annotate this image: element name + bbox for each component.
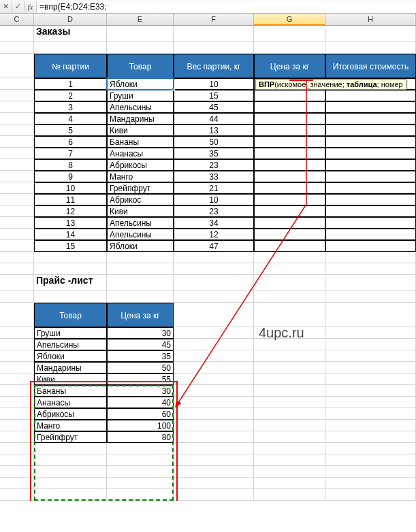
cell-price[interactable] <box>254 217 325 229</box>
cell-price[interactable] <box>254 124 325 136</box>
cell-total[interactable] <box>325 194 416 205</box>
cell-prod[interactable]: Ананасы <box>107 148 174 159</box>
table-row[interactable]: 12Киви23 <box>0 205 416 217</box>
cell-price[interactable]: 35 <box>107 350 174 362</box>
cell-prod[interactable]: Мандарины <box>107 113 174 124</box>
cell-n[interactable]: 5 <box>34 124 107 136</box>
cell-weight[interactable]: 50 <box>174 136 254 148</box>
cell-weight[interactable]: 10 <box>174 194 254 205</box>
table-row[interactable]: 15Яблоки47 <box>0 240 416 252</box>
cell-price[interactable] <box>254 113 325 124</box>
cell-price[interactable] <box>254 194 325 205</box>
table-row[interactable]: 4Мандарины44 <box>0 113 416 124</box>
cell-total[interactable] <box>325 159 416 171</box>
cell-prod[interactable]: Груши <box>107 90 174 101</box>
cell-weight[interactable]: 12 <box>174 229 254 240</box>
cell-price[interactable] <box>254 182 325 194</box>
cell-n[interactable]: 2 <box>34 90 107 101</box>
cell-price[interactable]: 45 <box>107 339 174 350</box>
cell-total[interactable] <box>325 113 416 124</box>
cell-n[interactable]: 8 <box>34 159 107 171</box>
cell-n[interactable]: 11 <box>34 194 107 205</box>
cell-total[interactable] <box>325 124 416 136</box>
cell-n[interactable]: 7 <box>34 148 107 159</box>
cell-prod[interactable]: Яблоки <box>107 240 174 252</box>
table-row[interactable]: Мандарины50 <box>0 362 416 373</box>
cell-total[interactable] <box>325 205 416 217</box>
cell-n[interactable]: 3 <box>34 101 107 113</box>
cell-total[interactable] <box>325 90 416 101</box>
cell-prod[interactable]: Абрикосы <box>34 408 107 420</box>
table-row[interactable]: 10Грейпфрут21 <box>0 182 416 194</box>
cell-price[interactable]: 80 <box>107 431 174 443</box>
cell-total[interactable] <box>325 217 416 229</box>
cell-prod[interactable]: Бананы <box>107 136 174 148</box>
cell-prod[interactable]: Киви <box>34 373 107 385</box>
cell-prod[interactable]: Грейпфрут <box>107 182 174 194</box>
col-header-h[interactable]: H <box>325 14 416 25</box>
cell-price[interactable] <box>254 240 325 252</box>
cell-prod[interactable]: Абрикосы <box>107 159 174 171</box>
cell-prod[interactable]: Киви <box>107 205 174 217</box>
cell-n[interactable]: 10 <box>34 182 107 194</box>
cell-prod[interactable]: Апельсины <box>107 217 174 229</box>
cell-weight[interactable]: 44 <box>174 113 254 124</box>
cell-total[interactable] <box>325 136 416 148</box>
cell-n[interactable]: 13 <box>34 217 107 229</box>
cell-n[interactable]: 1 <box>34 78 107 90</box>
table-row[interactable]: 13Апельсины34 <box>0 217 416 229</box>
cell-weight[interactable]: 34 <box>174 217 254 229</box>
cell-prod[interactable]: Манго <box>107 171 174 182</box>
fill-handle[interactable] <box>172 88 175 91</box>
cell-prod[interactable]: Апельсины <box>107 101 174 113</box>
cell-prod[interactable]: Ананасы <box>34 397 107 408</box>
table-row[interactable]: Яблоки35 <box>0 350 416 362</box>
cell-total[interactable] <box>325 229 416 240</box>
cell-weight[interactable]: 47 <box>174 240 254 252</box>
formula-input[interactable] <box>37 1 416 13</box>
table-row[interactable]: 8Абрикосы23 <box>0 159 416 171</box>
cell-prod[interactable]: Бананы <box>34 385 107 397</box>
cell-total[interactable] <box>325 240 416 252</box>
cell-weight[interactable]: 10 <box>174 78 254 90</box>
table-row[interactable]: Груши30 <box>0 327 416 339</box>
cell-n[interactable]: 14 <box>34 229 107 240</box>
cell-price[interactable]: 30 <box>107 327 174 339</box>
cancel-icon[interactable]: ✕ <box>0 1 12 13</box>
cell-total[interactable] <box>325 171 416 182</box>
table-row[interactable]: 5Киви13 <box>0 124 416 136</box>
cell-price[interactable]: 50 <box>107 362 174 373</box>
table-row[interactable]: 11Абрикос10 <box>0 194 416 205</box>
table-row[interactable]: Грейпфрут80 <box>0 431 416 443</box>
cell-total[interactable] <box>325 148 416 159</box>
cell-price[interactable]: 55 <box>107 373 174 385</box>
col-header-g[interactable]: G <box>254 14 325 25</box>
table-row[interactable]: Манго100 <box>0 420 416 431</box>
table-row[interactable]: 14Апельсины12 <box>0 229 416 240</box>
fx-icon[interactable]: fx <box>25 1 37 13</box>
cell-n[interactable]: 4 <box>34 113 107 124</box>
cell-price[interactable]: 40 <box>107 397 174 408</box>
cell-total[interactable] <box>325 101 416 113</box>
cell-price[interactable]: 100 <box>107 420 174 431</box>
cell-prod[interactable]: Яблоки <box>34 350 107 362</box>
cell-weight[interactable]: 15 <box>174 90 254 101</box>
grid[interactable]: Заказы № партии Товар Вес партии, кг Цен… <box>0 26 416 501</box>
cell-price[interactable] <box>254 136 325 148</box>
cell-n[interactable]: 15 <box>34 240 107 252</box>
cell-weight[interactable]: 35 <box>174 148 254 159</box>
cell-price[interactable] <box>254 159 325 171</box>
table-row[interactable]: Апельсины45 <box>0 339 416 350</box>
cell-n[interactable]: 9 <box>34 171 107 182</box>
col-header-d[interactable]: D <box>34 14 107 25</box>
cell-prod[interactable]: Киви <box>107 124 174 136</box>
cell-price[interactable]: 30 <box>107 385 174 397</box>
cell-prod[interactable]: Грейпфрут <box>34 431 107 443</box>
cell-weight[interactable]: 33 <box>174 171 254 182</box>
cell-prod[interactable]: Груши <box>34 327 107 339</box>
table-row[interactable]: 2Груши15 <box>0 90 416 101</box>
table-row[interactable]: 9Манго33 <box>0 171 416 182</box>
cell-weight[interactable]: 21 <box>174 182 254 194</box>
cell-price[interactable]: 60 <box>107 408 174 420</box>
col-header-f[interactable]: F <box>174 14 254 25</box>
